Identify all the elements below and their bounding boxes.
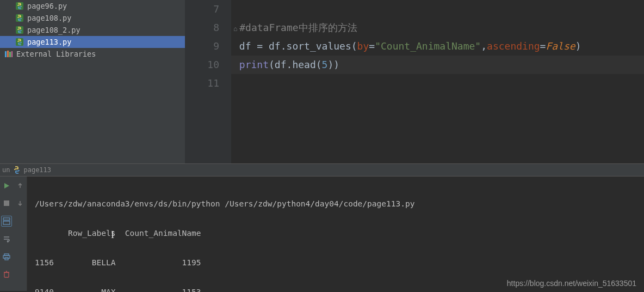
svg-rect-15 xyxy=(4,272,9,277)
run-tool-tab[interactable]: un page113 xyxy=(0,163,644,177)
svg-rect-7 xyxy=(11,51,13,57)
up-arrow-button[interactable] xyxy=(15,181,25,191)
run-tool-gutter xyxy=(0,177,27,291)
print-button[interactable] xyxy=(2,252,11,261)
trash-button[interactable] xyxy=(2,269,11,279)
python-icon xyxy=(13,166,21,174)
tree-item-label: External Libraries xyxy=(16,50,96,58)
svg-marker-8 xyxy=(4,183,9,188)
tree-item-external-libraries[interactable]: External Libraries xyxy=(0,48,185,60)
rerun-button[interactable] xyxy=(2,181,11,191)
down-arrow-button[interactable] xyxy=(15,198,25,208)
svg-rect-11 xyxy=(3,221,10,224)
top-area: page96.py page108.py page108_2.py page11… xyxy=(0,0,644,163)
fold-marker-icon: ⌂ xyxy=(233,25,237,33)
code-line-7[interactable] xyxy=(231,0,644,19)
code-line-9[interactable]: df = df.sort_values(by="Count_AnimalName… xyxy=(231,37,644,56)
code-token: ascending xyxy=(487,40,540,52)
project-tree-panel[interactable]: page96.py page108.py page108_2.py page11… xyxy=(0,0,185,163)
code-line-10[interactable]: print(df.head(5)) xyxy=(231,56,644,74)
line-number: 7 xyxy=(185,0,219,19)
tree-item-label: page113.py xyxy=(27,38,71,46)
code-token: False xyxy=(546,40,575,52)
code-line-11[interactable] xyxy=(231,74,644,93)
tree-item-label: page96.py xyxy=(27,2,67,10)
tree-item-page108[interactable]: page108.py xyxy=(0,12,185,24)
external-libraries-icon xyxy=(4,50,13,58)
tree-item-label: page108_2.py xyxy=(27,26,81,34)
python-file-icon xyxy=(15,38,24,46)
tree-item-page96[interactable]: page96.py xyxy=(0,0,185,12)
svg-rect-6 xyxy=(9,52,11,57)
svg-rect-9 xyxy=(4,200,9,206)
tree-item-page113[interactable]: page113.py xyxy=(0,36,185,48)
code-token: #dataFrame中排序的方法 xyxy=(239,22,357,33)
run-tab-script-name: page113 xyxy=(23,166,51,174)
layout-button[interactable] xyxy=(1,216,12,227)
code-token: (df.head( xyxy=(269,59,322,70)
python-file-icon xyxy=(15,26,24,34)
python-file-icon xyxy=(15,2,24,10)
tree-item-page108-2[interactable]: page108_2.py xyxy=(0,24,185,36)
editor-gutter: 7 8 9 10 11 xyxy=(185,0,231,163)
code-token: print xyxy=(239,59,269,70)
line-number: 9 xyxy=(185,37,219,56)
line-number: 10 xyxy=(185,56,219,74)
code-token: by xyxy=(357,40,369,52)
code-token: , xyxy=(481,40,487,52)
tree-item-label: page108.py xyxy=(27,14,71,22)
console-row: 1156 BELLA 1195 xyxy=(35,256,636,270)
line-number: 11 xyxy=(185,74,219,93)
line-number: 8 xyxy=(185,19,219,37)
code-token: ) xyxy=(575,40,581,52)
svg-rect-10 xyxy=(3,218,10,220)
code-token: "Count_AnimalName" xyxy=(375,40,481,52)
svg-rect-4 xyxy=(5,51,7,57)
python-file-icon xyxy=(15,14,24,22)
console-header-row: Row_Labels Count_AnimalName xyxy=(35,226,636,241)
code-line-8[interactable]: ⌂#dataFrame中排序的方法 xyxy=(231,19,644,37)
svg-rect-5 xyxy=(7,51,9,57)
code-token: = xyxy=(369,40,375,52)
code-token: )) xyxy=(327,59,339,70)
console-command-line: /Users/zdw/anaconda3/envs/ds/bin/python … xyxy=(35,197,636,211)
editor-code-area[interactable]: ⌂#dataFrame中排序的方法 df = df.sort_values(by… xyxy=(231,0,644,163)
code-token: 5 xyxy=(322,59,328,70)
run-panel: /Users/zdw/anaconda3/envs/ds/bin/python … xyxy=(0,177,644,291)
code-token: = xyxy=(540,40,546,52)
code-editor[interactable]: 7 8 9 10 11 ⌂#dataFrame中排序的方法 df = df.so… xyxy=(185,0,644,163)
console-output[interactable]: /Users/zdw/anaconda3/envs/ds/bin/python … xyxy=(27,177,644,291)
stop-button[interactable] xyxy=(2,198,11,208)
watermark-text: https://blog.csdn.net/weixin_51633501 xyxy=(507,279,636,288)
soft-wrap-button[interactable] xyxy=(2,234,11,244)
run-tab-label: un xyxy=(2,166,10,174)
code-token: df = df.sort_values( xyxy=(239,40,357,52)
